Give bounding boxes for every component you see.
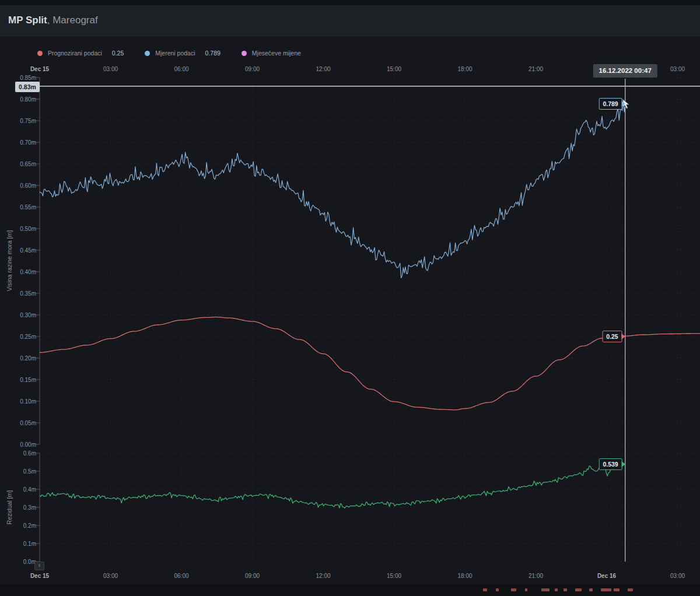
unreadable-text-fragment bbox=[589, 588, 593, 591]
sea-level-y-tick-label: 0.05m bbox=[20, 420, 36, 426]
time-tick-label-top: 21:00 bbox=[528, 66, 543, 72]
time-tick-label-bottom: Dec 15 bbox=[30, 573, 50, 579]
time-tick-label-top: 09:00 bbox=[245, 66, 260, 72]
residual-y-tick-label: 0.6m bbox=[23, 450, 36, 457]
unreadable-text-fragment bbox=[541, 588, 550, 591]
sea-level-y-tick-label: 0.20m bbox=[20, 355, 36, 362]
time-tick-label-top: 03:00 bbox=[103, 66, 118, 72]
residual-y-tick-label: 0.5m bbox=[23, 468, 36, 475]
next-panel-strip bbox=[0, 584, 700, 596]
unreadable-text-fragment bbox=[555, 588, 558, 591]
residual-y-tick-label: 0.1m bbox=[23, 541, 36, 547]
unreadable-text-fragment bbox=[564, 588, 567, 591]
residual-y-tick-label: 0.3m bbox=[23, 504, 36, 511]
series-forecast-line bbox=[40, 317, 700, 410]
time-tick-label-bottom: 21:00 bbox=[528, 573, 543, 579]
sea-level-y-tick-label: 0.40m bbox=[20, 269, 36, 275]
unreadable-text-fragment bbox=[575, 588, 582, 591]
sea-level-y-tick-label: 0.30m bbox=[20, 312, 36, 318]
time-tick-label-top: 06:00 bbox=[174, 66, 188, 72]
unreadable-text-fragment bbox=[601, 588, 611, 591]
unreadable-text-fragment bbox=[614, 588, 620, 591]
sea-level-y-tick-label: 0.65m bbox=[20, 161, 36, 167]
time-tick-label-bottom: 06:00 bbox=[174, 573, 188, 579]
residual-y-tick-label: 0.4m bbox=[23, 486, 36, 493]
time-tick-label-top: 12:00 bbox=[316, 66, 330, 72]
time-tick-label-top: 15:00 bbox=[387, 66, 401, 72]
time-tick-label-top: Dec 15 bbox=[30, 66, 50, 72]
time-tick-label-top: 18:00 bbox=[457, 66, 472, 72]
time-tick-label-bottom: 18:00 bbox=[457, 573, 472, 579]
sea-level-y-tick-label: 0.55m bbox=[20, 204, 36, 211]
sea-level-y-tick-label: 0.15m bbox=[20, 377, 36, 383]
value-label-forecast: 0.25 bbox=[602, 331, 622, 342]
unreadable-text-fragment bbox=[483, 588, 487, 591]
sea-level-y-tick-label: 0.70m bbox=[20, 139, 36, 146]
time-tick-label-bottom: 09:00 bbox=[245, 573, 260, 579]
value-label-residual: 0.539 bbox=[598, 458, 622, 470]
time-tick-label-bottom: 03:00 bbox=[103, 573, 118, 579]
unreadable-text-fragment bbox=[628, 588, 633, 591]
sea-level-y-tick-label: 0.10m bbox=[20, 398, 36, 405]
unreadable-text-fragment bbox=[496, 588, 499, 591]
time-tick-label-top: 03:00 bbox=[670, 66, 685, 72]
sea-level-y-tick-label: 0.50m bbox=[20, 226, 36, 232]
threshold-label: 0.83m bbox=[15, 82, 40, 92]
crosshair-time-tooltip: 16.12.2022 00:47 bbox=[593, 64, 657, 78]
value-label-measured: 0.789 bbox=[598, 98, 622, 110]
sea-level-y-tick-label: 0.45m bbox=[20, 247, 36, 254]
sea-level-y-tick-label: 0.75m bbox=[20, 118, 36, 124]
sea-level-y-tick-label: 0.25m bbox=[20, 334, 36, 340]
sea-level-y-tick-label: 0.80m bbox=[20, 96, 36, 103]
sea-level-y-tick-label: 0.35m bbox=[20, 290, 36, 297]
dashboard-page: MP Split, Mareograf Prognozirani podaci … bbox=[0, 0, 700, 596]
tide-charts: 0.00m0.05m0.10m0.15m0.20m0.25m0.30m0.35m… bbox=[0, 0, 700, 596]
unreadable-text-fragment bbox=[511, 588, 516, 591]
time-tick-label-bottom: 12:00 bbox=[316, 573, 330, 579]
time-tick-label-bottom: Dec 16 bbox=[597, 573, 617, 579]
sea-level-y-tick-label: 0.00m bbox=[20, 441, 36, 448]
series-measured-line bbox=[40, 104, 625, 278]
unreadable-text-fragment bbox=[525, 588, 527, 591]
time-tick-label-bottom: 15:00 bbox=[387, 573, 401, 579]
residual-y-tick-label: 0.2m bbox=[23, 523, 36, 529]
drag-handle-icon[interactable]: ‖ bbox=[34, 562, 44, 570]
sea-level-y-tick-label: 0.85m bbox=[20, 75, 36, 81]
time-tick-label-bottom: 03:00 bbox=[670, 573, 685, 579]
series-residual-line bbox=[40, 464, 625, 508]
sea-level-y-tick-label: 0.60m bbox=[20, 183, 36, 189]
